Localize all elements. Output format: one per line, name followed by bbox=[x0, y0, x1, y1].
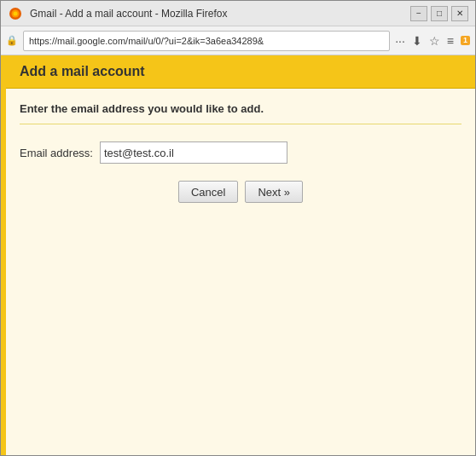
url-bar[interactable]: https://mail.google.com/mail/u/0/?ui=2&i… bbox=[23, 31, 390, 51]
pocket-icon[interactable]: ⬇ bbox=[412, 34, 422, 48]
maximize-button[interactable]: □ bbox=[431, 6, 448, 21]
browser-window: Gmail - Add a mail account - Mozilla Fir… bbox=[0, 0, 476, 456]
email-label: Email address: bbox=[20, 147, 93, 159]
minimize-button[interactable]: − bbox=[410, 6, 427, 21]
email-form-row: Email address: bbox=[20, 141, 461, 164]
close-button[interactable]: ✕ bbox=[451, 6, 468, 21]
url-text: https://mail.google.com/mail/u/0/?ui=2&i… bbox=[29, 36, 264, 46]
firefox-icon bbox=[8, 6, 23, 21]
button-row: Cancel Next » bbox=[20, 181, 461, 203]
next-button[interactable]: Next » bbox=[245, 181, 303, 203]
title-bar: Gmail - Add a mail account - Mozilla Fir… bbox=[1, 1, 475, 26]
address-bar-row: 🔒 https://mail.google.com/mail/u/0/?ui=2… bbox=[1, 26, 475, 55]
bookmark-star-icon[interactable]: ☆ bbox=[429, 34, 440, 48]
dialog-instruction: Enter the email address you would like t… bbox=[20, 102, 461, 124]
toolbar-icons: ··· ⬇ ☆ ≡ 1 bbox=[395, 34, 470, 48]
dialog-header: Add a mail account bbox=[1, 55, 475, 89]
lock-icon: 🔒 bbox=[6, 35, 18, 46]
dialog-body: Enter the email address you would like t… bbox=[1, 89, 475, 216]
page-content: Add a mail account Enter the email addre… bbox=[1, 55, 475, 455]
window-title: Gmail - Add a mail account - Mozilla Fir… bbox=[30, 8, 410, 20]
dialog-title: Add a mail account bbox=[20, 64, 461, 79]
window-controls: − □ ✕ bbox=[410, 6, 468, 21]
cancel-button[interactable]: Cancel bbox=[178, 181, 238, 203]
dots-menu-icon[interactable]: ··· bbox=[395, 34, 405, 48]
dialog-container: Add a mail account Enter the email addre… bbox=[1, 55, 475, 216]
hamburger-menu-icon[interactable]: ≡ bbox=[447, 34, 454, 48]
email-input[interactable] bbox=[100, 141, 287, 164]
notification-badge: 1 bbox=[461, 36, 470, 45]
svg-point-2 bbox=[14, 11, 18, 15]
